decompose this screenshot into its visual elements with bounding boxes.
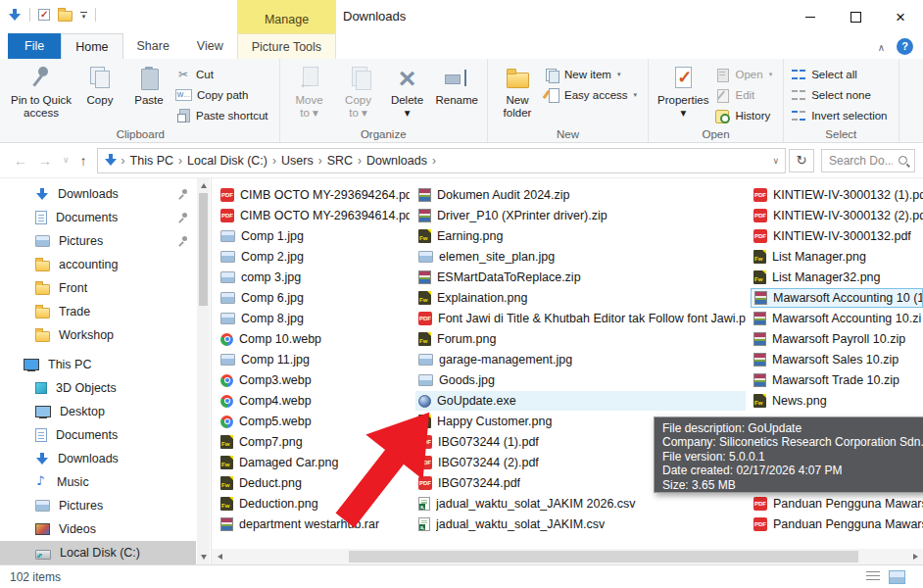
button-open[interactable]: Open▾: [712, 64, 778, 84]
button-move-to[interactable]: Moveto ▾: [285, 61, 334, 122]
crumb-local-disk-c[interactable]: Local Disk (C:): [186, 154, 268, 168]
sidebar-item-downloads[interactable]: Downloads: [0, 447, 196, 470]
crumb-this-pc[interactable]: This PC: [129, 154, 174, 168]
file-mawarsoft-trade-10-zip[interactable]: Mawarsoft Trade 10.zip: [751, 370, 923, 390]
horizontal-scroll-thumb[interactable]: [349, 551, 858, 563]
tab-share[interactable]: Share: [123, 33, 183, 59]
sidebar-item-this-pc[interactable]: This PC: [0, 353, 196, 376]
file-panduan-pengguna-mawars[interactable]: Panduan Pengguna Mawars: [751, 514, 923, 534]
file-mawarsoft-payroll-10-zip[interactable]: Mawarsoft Payroll 10.zip: [751, 329, 923, 349]
file-list-manager32-png[interactable]: List Manager32.png: [751, 268, 923, 287]
thumbnail-view-icon[interactable]: [889, 570, 905, 584]
contextual-tab-group-manage[interactable]: Manage: [237, 0, 336, 33]
tab-home[interactable]: Home: [61, 33, 122, 59]
file-comp-2-jpg[interactable]: Comp 2.jpg: [218, 247, 410, 267]
button-copy-to[interactable]: Copyto ▾: [334, 61, 383, 122]
file-forum-png[interactable]: Forum.png: [415, 329, 746, 349]
search-box[interactable]: [821, 149, 915, 172]
sidebar-item-accounting[interactable]: accounting: [0, 253, 196, 276]
file-explaination-png[interactable]: Explaination.png: [415, 288, 746, 308]
file-cimb-octo-my-293694264-pdf[interactable]: CIMB OCTO MY-293694264.pdf: [218, 185, 410, 205]
file-font-jawi-di-title-khutbah-editor-tak-follow-font-jawi-pdf[interactable]: Font Jawi di Title & Khutbah Editor tak …: [415, 309, 746, 328]
sidebar-item-3d-objects[interactable]: 3D Objects: [0, 376, 196, 400]
button-delete[interactable]: Delete▾: [383, 61, 432, 122]
file-kintiew-iv-3000132-2-pdf[interactable]: KINTIEW-IV-3000132 (2).pdf: [751, 206, 923, 225]
file-mawarsoft-sales-10-zip[interactable]: Mawarsoft Sales 10.zip: [751, 350, 923, 369]
scroll-right-icon[interactable]: [907, 554, 923, 560]
crumb-src[interactable]: SRC: [326, 154, 354, 168]
sidebar-item-trade[interactable]: Trade: [0, 300, 196, 323]
sidebar-item-local-disk-c[interactable]: Local Disk (C:): [0, 541, 196, 564]
button-new-folder[interactable]: Newfolder: [493, 61, 542, 122]
tab-picture-tools[interactable]: Picture Tools: [237, 33, 336, 59]
horizontal-scroll-track[interactable]: [227, 549, 907, 564]
pin-icon[interactable]: [178, 189, 188, 199]
file-comp7-png[interactable]: Comp7.png: [218, 432, 410, 452]
crumb-downloads[interactable]: Downloads: [365, 154, 428, 168]
button-copy-path[interactable]: Copy path: [173, 84, 274, 105]
file-dokumen-audit-2024-zip[interactable]: Dokumen Audit 2024.zip: [415, 185, 746, 205]
file-jadual-waktu-solat-jakim-2026-csv[interactable]: jadual_waktu_solat_JAKIM 2026.csv: [415, 494, 746, 514]
sidebar-item-videos[interactable]: Videos: [0, 517, 196, 541]
refresh-icon[interactable]: [789, 149, 814, 172]
search-input[interactable]: [827, 153, 895, 169]
button-history[interactable]: History: [712, 105, 778, 125]
file-comp-10-webp[interactable]: Comp 10.webp: [218, 329, 410, 349]
file-deduct-png[interactable]: Deduct.png: [218, 473, 410, 493]
file-jadual-waktu-solat-jakim-csv[interactable]: jadual_waktu_solat_JAKIM.csv: [415, 514, 746, 534]
crumb-users[interactable]: Users: [280, 154, 315, 168]
sidebar-item-downloads[interactable]: Downloads: [0, 182, 196, 206]
file-comp3-webp[interactable]: Comp3.webp: [218, 370, 410, 390]
button-copy[interactable]: Copy: [75, 61, 124, 109]
collapse-ribbon-icon[interactable]: [878, 37, 885, 55]
qat-customize-icon[interactable]: [80, 12, 87, 19]
breadcrumb[interactable]: ›This PC›Local Disk (C:)›Users›SRC›Downl…: [97, 148, 786, 173]
button-easy-access[interactable]: Easy access▾: [542, 84, 643, 105]
button-edit[interactable]: Edit: [712, 84, 778, 105]
file-panduan-pengguna-mawars[interactable]: Panduan Pengguna Mawars: [751, 494, 923, 514]
pin-icon[interactable]: [178, 236, 188, 246]
sidebar-item-pictures[interactable]: Pictures: [0, 494, 196, 517]
button-pin-to-quick-access[interactable]: Pin to Quickaccess: [7, 61, 75, 122]
details-view-icon[interactable]: [866, 571, 880, 583]
file-damaged-car-png[interactable]: Damaged Car.png: [218, 453, 410, 472]
file-comp-11-jpg[interactable]: Comp 11.jpg: [218, 350, 410, 369]
file-goupdate-exe[interactable]: GoUpdate.exe: [415, 391, 746, 411]
button-select-all[interactable]: Select all: [789, 64, 893, 84]
file-kintiew-iv-3000132-pdf[interactable]: KINTIEW-IV-3000132.pdf: [751, 226, 923, 246]
button-cut[interactable]: Cut: [173, 64, 274, 84]
button-properties[interactable]: Properties▾: [654, 61, 712, 122]
tab-view[interactable]: View: [183, 33, 237, 59]
forward-icon[interactable]: [38, 154, 52, 168]
file-goods-jpg[interactable]: Goods.jpg: [415, 370, 746, 390]
file-comp5-webp[interactable]: Comp5.webp: [218, 412, 410, 431]
horizontal-scrollbar[interactable]: [212, 549, 923, 564]
button-paste-shortcut[interactable]: Paste shortcut: [173, 105, 274, 125]
file-comp-6-jpg[interactable]: Comp 6.jpg: [218, 288, 410, 308]
scroll-up-icon[interactable]: [197, 178, 210, 193]
file-mawarsoft-accounting-10-1[interactable]: Mawarsoft Accounting 10 (1: [751, 288, 923, 308]
sidebar-item-music[interactable]: Music: [0, 470, 196, 494]
file-cimb-octo-my-296394614-pdf[interactable]: CIMB OCTO MY-296394614.pdf: [218, 206, 410, 225]
file-news-png[interactable]: News.png: [751, 391, 923, 411]
file-driver-p10-xprinter-driver-zip[interactable]: Driver_P10 (XPrinter driver).zip: [415, 206, 746, 225]
file-comp-8-jpg[interactable]: Comp 8.jpg: [218, 309, 410, 328]
maximize-icon[interactable]: [833, 0, 878, 33]
file-esmartdatatoreplace-zip[interactable]: ESMartDataToReplace.zip: [415, 268, 746, 287]
button-paste[interactable]: Paste: [124, 61, 173, 109]
sidebar-item-workshop[interactable]: Workshop: [0, 323, 196, 347]
pin-icon[interactable]: [178, 213, 188, 222]
help-icon[interactable]: [897, 38, 913, 55]
sidebar-item-documents[interactable]: Documents: [0, 206, 196, 229]
close-icon[interactable]: [878, 0, 923, 33]
sidebar-item-pictures[interactable]: Pictures: [0, 229, 196, 253]
back-icon[interactable]: [14, 154, 27, 168]
file-comp4-webp[interactable]: Comp4.webp: [218, 391, 410, 411]
file-department-westarhub-rar[interactable]: department westarhub.rar: [218, 514, 410, 534]
file-garage-management-jpg[interactable]: garage-management.jpg: [415, 350, 746, 369]
file-earning-png[interactable]: Earning.png: [415, 226, 746, 246]
sidebar-item-front[interactable]: Front: [0, 276, 196, 300]
navigation-scrollbar[interactable]: [197, 178, 210, 564]
tab-file[interactable]: File: [8, 33, 61, 59]
button-invert-selection[interactable]: Invert selection: [789, 105, 893, 125]
